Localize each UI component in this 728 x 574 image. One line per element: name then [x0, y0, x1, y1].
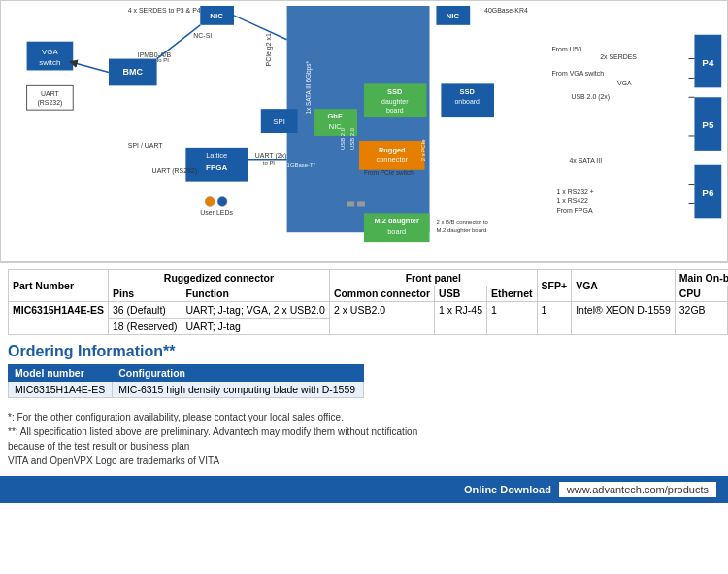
col-ruggedized-header: Ruggedized connector: [108, 270, 329, 287]
svg-text:switch: switch: [39, 58, 60, 67]
svg-text:daughter: daughter: [381, 98, 409, 106]
footer-url: www.advantech.com/products: [559, 482, 716, 497]
ordering-model-cell: MIC6315H1A4E-ES: [9, 382, 113, 398]
svg-text:2 x B/B connector to: 2 x B/B connector to: [436, 219, 488, 225]
svg-text:M.2 daughter board: M.2 daughter board: [436, 227, 486, 233]
svg-text:GbE: GbE: [328, 112, 343, 120]
pins-2-cell: 18 (Reserved): [108, 319, 182, 335]
svg-text:M.2 daughter: M.2 daughter: [375, 217, 419, 225]
svg-text:SPI / UART: SPI / UART: [128, 142, 163, 149]
svg-rect-82: [347, 201, 354, 206]
col-pins: Pins: [108, 286, 182, 302]
svg-text:onboard: onboard: [454, 98, 480, 105]
svg-text:From U50: From U50: [552, 46, 582, 52]
svg-text:UART (RS232): UART (RS232): [152, 167, 197, 175]
svg-text:to PI: to PI: [263, 160, 276, 166]
svg-text:USB 2.0: USB 2.0: [349, 127, 355, 150]
ordering-table: Model number Configuration MIC6315H1A4E-…: [8, 364, 364, 398]
note-2: **: All specification listed above are p…: [8, 424, 720, 439]
svg-text:UART (2x): UART (2x): [255, 152, 287, 160]
col-sfp: SFP+: [537, 270, 572, 302]
specs-section: Part Number Ruggedized connector Front p…: [0, 262, 728, 339]
specs-table: Part Number Ruggedized connector Front p…: [8, 269, 728, 335]
svg-text:40GBase-KR4: 40GBase-KR4: [484, 7, 528, 14]
svg-text:VGA: VGA: [42, 48, 58, 56]
footer-bar: Online Download www.advantech.com/produc…: [0, 476, 728, 503]
function-1-cell: UART; J-tag; VGA, 2 x USB2.0: [182, 302, 329, 319]
svg-text:NIC: NIC: [210, 12, 223, 20]
svg-text:P5: P5: [702, 119, 714, 130]
cpu-cell: Intel® XEON D-1559: [572, 302, 676, 335]
col-part-number: Part Number: [9, 270, 109, 302]
svg-point-80: [205, 196, 215, 206]
note-1: *: For the other configuration availabil…: [8, 410, 720, 424]
ordering-col-config: Configuration: [113, 365, 364, 382]
svg-rect-22: [287, 6, 430, 232]
block-diagram: P4 P5 P6 NIC NIC 4 x SERDES to P3 & P4 4…: [0, 0, 728, 262]
svg-text:From FPGA: From FPGA: [557, 207, 593, 214]
svg-text:1x SATA III 6Gbps*: 1x SATA III 6Gbps*: [305, 61, 313, 115]
memory-cell: 32GB: [675, 302, 728, 335]
ordering-row: MIC6315H1A4E-ES MIC-6315 high density co…: [9, 382, 364, 398]
svg-text:4x SATA III: 4x SATA III: [569, 157, 602, 164]
sfp-cell: 1: [486, 302, 537, 335]
svg-rect-83: [357, 201, 365, 206]
svg-text:connector: connector: [376, 155, 408, 164]
col-vga: VGA: [572, 270, 676, 302]
svg-text:USB 2.0: USB 2.0: [340, 127, 346, 150]
col-front-panel-header: Front panel: [329, 270, 537, 287]
pins-1-cell: 36 (Default): [108, 302, 182, 319]
svg-text:2 x PCIe: 2 x PCIe: [420, 139, 426, 161]
col-ethernet: Ethernet: [486, 286, 537, 302]
svg-text:SSD: SSD: [387, 87, 403, 96]
svg-text:1 x RS422: 1 x RS422: [557, 197, 589, 204]
svg-text:UART: UART: [41, 90, 60, 97]
svg-text:FPGA: FPGA: [206, 163, 227, 172]
svg-text:USB 2.0 (2x): USB 2.0 (2x): [571, 93, 610, 101]
svg-text:User LEDs: User LEDs: [200, 209, 233, 216]
svg-text:VGA: VGA: [617, 80, 632, 86]
svg-text:NC-SI: NC-SI: [193, 32, 212, 39]
col-main-features-header: Main On-board Features: [675, 270, 728, 287]
svg-text:P6: P6: [702, 187, 714, 198]
svg-text:PCIe g2 x1: PCIe g2 x1: [265, 33, 273, 66]
footer-label: Online Download: [464, 484, 551, 495]
svg-text:1GBase-T*: 1GBase-T*: [287, 162, 316, 168]
svg-text:BMC: BMC: [123, 67, 144, 77]
svg-text:Lattice: Lattice: [206, 152, 227, 160]
ordering-title: Ordering Information**: [8, 343, 720, 360]
svg-text:NIC: NIC: [446, 12, 459, 20]
svg-text:2x SERDES: 2x SERDES: [600, 53, 637, 60]
notes-section: *: For the other configuration availabil…: [0, 408, 728, 472]
svg-text:1 x RS232 +: 1 x RS232 +: [557, 188, 594, 195]
vga-cell: 1: [537, 302, 572, 335]
col-cpu: CPU: [675, 286, 728, 302]
svg-text:board: board: [386, 107, 404, 114]
ordering-section: Ordering Information** Model number Conf…: [0, 339, 728, 408]
svg-text:Rugged: Rugged: [379, 146, 406, 154]
svg-text:SSD: SSD: [460, 87, 476, 96]
svg-text:4 x SERDES to P3 & P4: 4 x SERDES to P3 & P4: [128, 7, 201, 14]
svg-text:From VGA switch: From VGA switch: [552, 70, 605, 77]
ethernet-cell: 1 x RJ-45: [435, 302, 487, 335]
col-usb: USB: [435, 286, 487, 302]
ordering-config-cell: MIC-6315 high density computing blade wi…: [113, 382, 364, 398]
svg-text:P4: P4: [702, 57, 714, 68]
part-number-cell: MIC6315H1A4E-ES: [9, 302, 109, 335]
svg-point-81: [217, 196, 227, 206]
ordering-col-model: Model number: [9, 365, 113, 382]
svg-text:board: board: [387, 227, 406, 236]
usb-cell: 2 x USB2.0: [329, 302, 434, 335]
svg-text:From PCIe switch: From PCIe switch: [364, 169, 414, 176]
col-common-connector: Common connector: [329, 286, 434, 302]
col-function: Function: [182, 286, 329, 302]
function-2-cell: UART; J-tag: [182, 319, 329, 335]
table-row: MIC6315H1A4E-ES 36 (Default) UART; J-tag…: [9, 302, 729, 319]
svg-text:(RS232): (RS232): [37, 99, 62, 107]
svg-text:SPI: SPI: [273, 118, 285, 126]
note-3: because of the test result or business p…: [8, 439, 720, 454]
note-4: VITA and OpenVPX Logo are trademarks of …: [8, 454, 720, 468]
